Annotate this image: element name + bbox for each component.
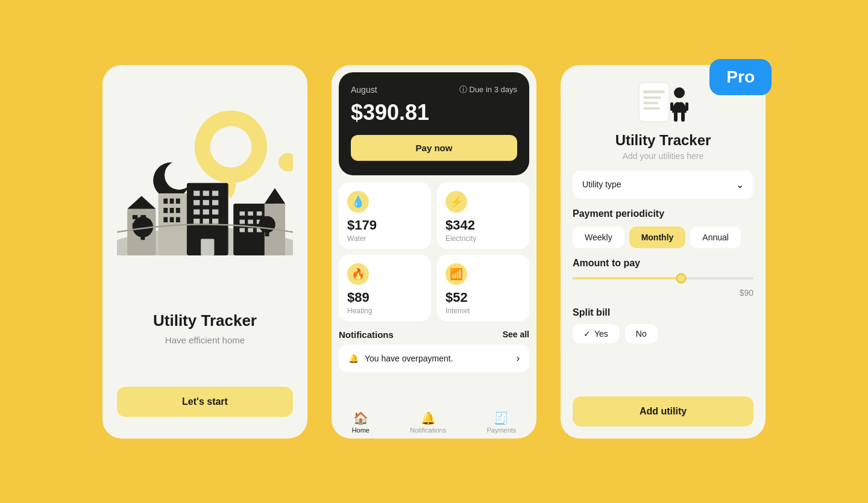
tracker-illustration (636, 80, 690, 125)
notifications-nav-icon: 🔔 (421, 411, 436, 425)
notification-item[interactable]: 🔔 You have overpayment. › (339, 345, 529, 372)
dashboard-card: August ⓘ Due in 3 days $390.81 Pay now 💧… (332, 65, 536, 439)
svg-rect-22 (212, 200, 218, 205)
heating-icon: 🔥 (347, 263, 369, 285)
svg-rect-33 (257, 211, 262, 216)
internet-value: $52 (445, 290, 521, 305)
svg-rect-39 (240, 228, 245, 232)
svg-point-2 (210, 126, 252, 167)
card3-subtitle: Add your utilities here (573, 151, 753, 161)
billing-month: August (351, 85, 377, 95)
nav-notifications-label: Notifications (410, 426, 446, 434)
svg-rect-9 (176, 198, 180, 204)
svg-rect-59 (643, 107, 660, 110)
split-bill-label: Split bill (573, 307, 753, 318)
svg-rect-52 (141, 230, 145, 240)
payments-icon: 🧾 (494, 411, 509, 425)
home-icon: 🏠 (353, 411, 368, 425)
payment-periodicity-label: Payment periodicity (573, 208, 753, 219)
bell-icon: 🔔 (348, 354, 359, 363)
annual-button[interactable]: Annual (690, 227, 741, 248)
bottom-nav: 🏠 Home 🔔 Notifications 🧾 Payments (332, 404, 536, 439)
svg-rect-11 (170, 207, 174, 213)
heating-value: $89 (347, 290, 423, 305)
city-illustration (117, 65, 293, 270)
heating-tile: 🔥 $89 Heating (339, 255, 431, 321)
svg-rect-18 (203, 190, 209, 196)
water-label: Water (347, 234, 423, 243)
water-tile: 💧 $179 Water (339, 183, 431, 249)
lets-start-button[interactable]: Let's start (117, 387, 293, 417)
svg-rect-61 (674, 111, 678, 122)
svg-rect-63 (670, 102, 673, 111)
svg-point-60 (674, 87, 685, 98)
svg-rect-7 (163, 198, 168, 204)
welcome-card: Utility Tracker Have efficient home Let'… (102, 65, 307, 439)
nav-notifications[interactable]: 🔔 Notifications (410, 411, 446, 434)
notification-text: You have overpayment. (365, 354, 453, 363)
svg-rect-13 (163, 217, 168, 222)
electricity-icon: ⚡ (445, 191, 467, 213)
svg-rect-28 (212, 219, 218, 224)
svg-rect-8 (170, 198, 174, 204)
internet-label: Internet (445, 307, 521, 315)
period-buttons: Weekly Monthly Annual (573, 227, 753, 248)
billing-header: August ⓘ Due in 3 days $390.81 Pay now (339, 72, 529, 175)
svg-rect-64 (685, 102, 688, 111)
info-icon: ⓘ (459, 84, 467, 95)
add-utility-wrapper: Pro Utility Tracker Add your utilities h… (561, 65, 766, 439)
heating-label: Heating (347, 307, 423, 315)
utilities-grid: 💧 $179 Water ⚡ $342 Electricity 🔥 $89 He… (339, 183, 529, 321)
split-yes-label: Yes (594, 329, 608, 339)
svg-rect-27 (203, 219, 209, 224)
pay-now-button[interactable]: Pay now (351, 135, 517, 161)
slider-track (573, 277, 753, 280)
svg-rect-36 (248, 219, 253, 223)
utility-type-select[interactable]: Utility type ⌄ (573, 170, 753, 199)
slider-fill (573, 277, 681, 280)
split-no-option[interactable]: No (625, 324, 658, 343)
svg-rect-17 (193, 190, 200, 196)
chevron-right-icon: › (517, 353, 520, 364)
add-utility-card: Utility Tracker Add your utilities here … (561, 65, 766, 439)
electricity-tile: ⚡ $342 Electricity (437, 183, 529, 249)
add-utility-button[interactable]: Add utility (573, 396, 753, 426)
electricity-value: $342 (445, 217, 521, 233)
svg-rect-56 (643, 90, 665, 93)
internet-icon: 📶 (445, 263, 467, 285)
svg-rect-19 (212, 190, 218, 196)
amount-to-pay-label: Amount to pay (573, 258, 753, 269)
nav-payments-label: Payments (486, 426, 516, 434)
see-all-link[interactable]: See all (503, 330, 529, 339)
amount-slider[interactable] (573, 277, 753, 280)
water-value: $179 (347, 217, 423, 233)
svg-rect-12 (176, 207, 180, 213)
split-no-label: No (636, 329, 647, 339)
water-icon: 💧 (347, 191, 369, 213)
weekly-button[interactable]: Weekly (573, 227, 624, 248)
chevron-down-icon: ⌄ (736, 179, 744, 190)
nav-home-label: Home (352, 426, 370, 434)
svg-rect-58 (643, 102, 658, 104)
billing-due: ⓘ Due in 3 days (459, 84, 518, 95)
svg-rect-24 (203, 209, 209, 214)
internet-tile: 📶 $52 Internet (437, 255, 529, 321)
svg-rect-29 (201, 239, 214, 255)
notification-content: 🔔 You have overpayment. (348, 354, 453, 363)
svg-rect-62 (681, 111, 685, 122)
nav-home[interactable]: 🏠 Home (352, 411, 370, 434)
svg-rect-21 (203, 200, 209, 205)
utility-type-label: Utility type (582, 180, 621, 189)
billing-amount: $390.81 (351, 100, 517, 125)
svg-rect-23 (193, 209, 200, 214)
svg-rect-31 (240, 211, 245, 216)
svg-rect-35 (240, 219, 245, 223)
split-yes-option[interactable]: ✓ Yes (573, 324, 619, 343)
welcome-text: Utility Tracker Have efficient home (153, 270, 257, 387)
monthly-button[interactable]: Monthly (629, 227, 686, 248)
svg-rect-10 (163, 207, 168, 213)
nav-payments[interactable]: 🧾 Payments (486, 411, 516, 434)
svg-rect-25 (212, 209, 218, 214)
slider-thumb[interactable] (676, 273, 687, 284)
electricity-label: Electricity (445, 234, 521, 243)
